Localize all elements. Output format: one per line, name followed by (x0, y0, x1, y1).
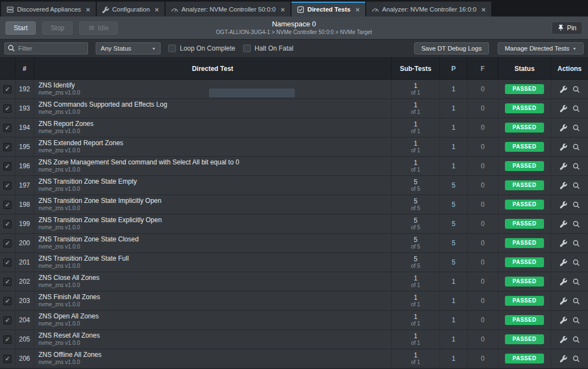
magnifier-icon[interactable] (573, 201, 580, 208)
row-checkbox[interactable]: ✓ (3, 335, 12, 344)
row-checkbox[interactable]: ✓ (3, 181, 12, 190)
checkmark-icon: ✓ (5, 124, 10, 131)
wrench-icon[interactable] (560, 278, 567, 285)
wrench-icon[interactable] (560, 124, 567, 131)
wrench-icon[interactable] (560, 144, 567, 151)
subtests-count: 5 (414, 236, 417, 244)
table-row[interactable]: ✓ 201 ZNS Transition Zone State Full nvm… (0, 253, 588, 272)
wrench-icon[interactable] (560, 105, 567, 112)
analyzer-gauge-icon (171, 6, 178, 13)
magnifier-icon[interactable] (573, 86, 580, 93)
row-checkbox[interactable]: ✓ (3, 201, 12, 209)
magnifier-icon[interactable] (573, 182, 580, 189)
stop-button[interactable]: Stop (42, 21, 73, 35)
magnifier-icon[interactable] (573, 144, 580, 151)
wrench-icon (102, 7, 109, 13)
table-row[interactable]: ✓ 196 ZNS Zone Management Send command w… (0, 157, 588, 176)
table-row[interactable]: ✓ 192 ZNS Identify nvme_zns v1.0.0 1 of … (0, 80, 588, 99)
status-badge: PASSED (505, 277, 544, 287)
table-row[interactable]: ✓ 198 ZNS Transition Zone State Implicit… (0, 195, 588, 214)
manage-directed-tests-button[interactable]: Manage Directed Tests ▼ (498, 42, 584, 54)
subtests-count: 1 (414, 332, 417, 340)
checkmark-icon: ✓ (5, 201, 10, 208)
test-name: ZNS Offline All Zones (39, 351, 102, 359)
wrench-icon[interactable] (560, 317, 567, 324)
wrench-icon[interactable] (560, 240, 567, 247)
wrench-icon[interactable] (560, 182, 567, 189)
magnifier-icon[interactable] (573, 259, 580, 266)
wrench-icon[interactable] (560, 86, 567, 93)
table-row[interactable]: ✓ 199 ZNS Transition Zone State Explicit… (0, 214, 588, 234)
table-row[interactable]: ✓ 193 ZNS Commands Supported and Effects… (0, 99, 588, 118)
pass-count: 1 (440, 330, 468, 349)
row-number: 203 (15, 291, 34, 310)
magnifier-icon[interactable] (573, 355, 580, 362)
checkmark-icon: ✓ (5, 163, 10, 170)
loop-on-complete-checkbox[interactable]: Loop On Complete (168, 45, 235, 52)
subtests-count: 1 (414, 159, 417, 167)
halt-on-fatal-checkbox[interactable]: Halt On Fatal (243, 45, 294, 52)
wrench-icon[interactable] (560, 221, 567, 228)
tab-close-icon[interactable]: × (481, 6, 486, 13)
status-filter-dropdown[interactable]: Any Status ▼ (96, 42, 161, 54)
table-row[interactable]: ✓ 197 ZNS Transition Zone State Empty nv… (0, 176, 588, 195)
tab-directed-tests[interactable]: Directed Tests × (292, 2, 365, 16)
row-checkbox[interactable]: ✓ (3, 316, 12, 324)
magnifier-icon[interactable] (573, 163, 580, 170)
row-checkbox[interactable]: ✓ (3, 278, 12, 286)
magnifier-icon[interactable] (573, 124, 580, 131)
wrench-icon[interactable] (560, 259, 567, 266)
table-row[interactable]: ✓ 205 ZNS Reset All Zones nvme_zns v1.0.… (0, 330, 588, 349)
tab-analyzer-50[interactable]: Analyzer: NVMe Controller 50:0:0 × (166, 2, 290, 16)
wrench-icon[interactable] (560, 336, 567, 343)
table-row[interactable]: ✓ 206 ZNS Offline All Zones nvme_zns v1.… (0, 349, 588, 368)
magnifier-icon[interactable] (573, 105, 580, 112)
start-button[interactable]: Start (6, 21, 36, 35)
test-name: ZNS Reset All Zones (39, 332, 100, 340)
row-checkbox[interactable]: ✓ (3, 162, 12, 170)
fail-count: 0 (468, 234, 498, 252)
magnifier-icon[interactable] (573, 336, 580, 343)
table-row[interactable]: ✓ 194 ZNS Report Zones nvme_zns v1.0.0 1… (0, 118, 588, 137)
magnifier-icon[interactable] (573, 278, 580, 285)
row-checkbox[interactable]: ✓ (3, 143, 12, 151)
test-version: nvme_zns v1.0.0 (39, 147, 80, 155)
subtests-count: 1 (414, 101, 417, 109)
row-checkbox[interactable]: ✓ (3, 239, 12, 247)
tab-close-icon[interactable]: × (355, 6, 360, 13)
wrench-icon[interactable] (560, 355, 567, 362)
wrench-icon[interactable] (560, 298, 567, 305)
wrench-icon[interactable] (560, 163, 567, 170)
row-checkbox[interactable]: ✓ (3, 355, 12, 363)
table-row[interactable]: ✓ 200 ZNS Transition Zone State Closed n… (0, 234, 588, 253)
filter-input[interactable] (4, 42, 88, 54)
test-name: ZNS Transition Zone State Full (39, 255, 129, 263)
test-version: nvme_zns v1.0.0 (39, 340, 80, 347)
tab-close-icon[interactable]: × (281, 6, 285, 13)
tab-analyzer-16[interactable]: Analyzer: NVMe Controller 16:0:0 × (366, 2, 491, 16)
table-row[interactable]: ✓ 195 ZNS Extended Report Zones nvme_zns… (0, 137, 588, 157)
pin-button[interactable]: Pin (552, 21, 582, 35)
magnifier-icon[interactable] (573, 240, 580, 247)
row-checkbox[interactable]: ✓ (3, 85, 12, 93)
table-row[interactable]: ✓ 204 ZNS Open All Zones nvme_zns v1.0.0… (0, 311, 588, 330)
status-badge: PASSED (505, 296, 544, 306)
tab-configuration[interactable]: Configuration × (97, 2, 164, 16)
table-row[interactable]: ✓ 202 ZNS Close All Zones nvme_zns v1.0.… (0, 272, 588, 291)
row-checkbox[interactable]: ✓ (3, 297, 12, 305)
magnifier-icon[interactable] (573, 317, 580, 324)
tab-close-icon[interactable]: × (155, 6, 159, 13)
wrench-icon[interactable] (560, 201, 567, 208)
tab-close-icon[interactable]: × (86, 6, 90, 13)
row-checkbox[interactable]: ✓ (3, 258, 12, 267)
table-body: ✓ 192 ZNS Identify nvme_zns v1.0.0 1 of … (0, 80, 588, 369)
row-checkbox[interactable]: ✓ (3, 220, 12, 228)
save-dt-debug-logs-button[interactable]: Save DT Debug Logs (414, 42, 489, 54)
tab-discovered-appliances[interactable]: Discovered Appliances × (1, 2, 96, 16)
magnifier-icon[interactable] (573, 298, 580, 305)
magnifier-icon[interactable] (573, 221, 580, 228)
row-checkbox[interactable]: ✓ (3, 104, 12, 113)
fail-count: 0 (468, 80, 498, 98)
row-checkbox[interactable]: ✓ (3, 124, 12, 132)
table-row[interactable]: ✓ 203 ZNS Finish All Zones nvme_zns v1.0… (0, 291, 588, 311)
